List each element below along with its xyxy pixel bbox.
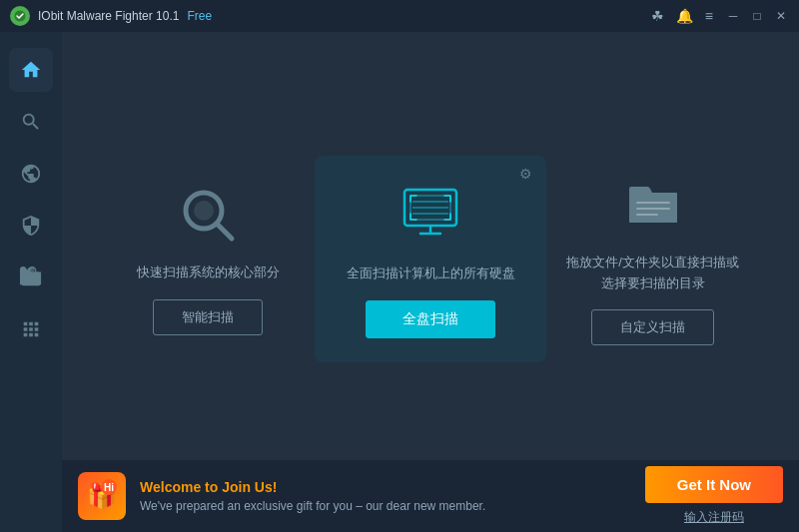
scan-cards-area: 快速扫描系统的核心部分 智能扫描 ⚙ bbox=[62, 32, 799, 486]
get-it-now-button[interactable]: Get It Now bbox=[645, 466, 783, 503]
sidebar-item-home[interactable] bbox=[9, 48, 53, 92]
smart-scan-label: 快速扫描系统的核心部分 bbox=[137, 263, 280, 283]
menu-icon[interactable]: ≡ bbox=[705, 8, 713, 24]
full-scan-label: 全面扫描计算机上的所有硬盘 bbox=[347, 264, 515, 284]
notification-text: Welcome to Join Us! We've prepared an ex… bbox=[140, 479, 631, 513]
svg-rect-8 bbox=[412, 207, 448, 209]
bell-icon[interactable]: 🔔 bbox=[676, 8, 693, 24]
notification-bar: 🎁 Hi Welcome to Join Us! We've prepared … bbox=[62, 460, 799, 532]
custom-scan-icon bbox=[621, 173, 685, 237]
app-logo bbox=[10, 6, 30, 26]
sidebar-item-globe[interactable] bbox=[9, 152, 53, 196]
custom-scan-card: 拖放文件/文件夹以直接扫描或 选择要扫描的目录 自定义扫描 bbox=[546, 153, 759, 366]
content-area: 快速扫描系统的核心部分 智能扫描 ⚙ bbox=[62, 32, 799, 532]
minimize-button[interactable]: ─ bbox=[725, 9, 741, 23]
sidebar-item-scan[interactable] bbox=[9, 100, 53, 144]
smart-scan-card: 快速扫描系统的核心部分 智能扫描 bbox=[102, 163, 315, 355]
main-container: 快速扫描系统的核心部分 智能扫描 ⚙ bbox=[0, 32, 799, 532]
full-scan-icon bbox=[397, 180, 464, 248]
sidebar-item-shield[interactable] bbox=[9, 204, 53, 248]
title-bar-left: IObit Malware Fighter 10.1 Free bbox=[10, 6, 212, 26]
svg-rect-1 bbox=[27, 268, 34, 272]
notification-description: We've prepared an exclusive gift for you… bbox=[140, 499, 631, 513]
svg-point-3 bbox=[194, 201, 214, 221]
full-scan-button[interactable]: 全盘扫描 bbox=[366, 300, 495, 338]
notification-actions: Get It Now 输入注册码 bbox=[645, 466, 783, 526]
clover-icon[interactable]: ☘ bbox=[651, 8, 664, 24]
free-badge: Free bbox=[187, 9, 212, 23]
sidebar bbox=[0, 32, 62, 532]
svg-rect-7 bbox=[412, 201, 448, 203]
sidebar-item-apps[interactable] bbox=[9, 307, 53, 351]
full-scan-card: ⚙ bbox=[315, 156, 547, 362]
smart-scan-button[interactable]: 智能扫描 bbox=[153, 299, 263, 335]
close-button[interactable]: ✕ bbox=[773, 9, 789, 23]
svg-line-4 bbox=[217, 224, 232, 239]
sidebar-item-briefcase[interactable] bbox=[9, 256, 53, 299]
smart-scan-icon bbox=[176, 183, 240, 247]
register-code-link[interactable]: 输入注册码 bbox=[684, 509, 744, 526]
gift-icon: 🎁 Hi bbox=[78, 472, 126, 520]
app-title: IObit Malware Fighter 10.1 bbox=[38, 9, 179, 23]
svg-rect-9 bbox=[412, 213, 448, 215]
custom-scan-label: 拖放文件/文件夹以直接扫描或 选择要扫描的目录 bbox=[566, 253, 739, 294]
maximize-button[interactable]: □ bbox=[749, 9, 765, 23]
window-controls: ─ □ ✕ bbox=[725, 9, 789, 23]
scan-settings-icon[interactable]: ⚙ bbox=[519, 166, 532, 182]
title-bar: IObit Malware Fighter 10.1 Free ☘ 🔔 ≡ ─ … bbox=[0, 0, 799, 32]
notification-title: Welcome to Join Us! bbox=[140, 479, 631, 495]
title-bar-right: ☘ 🔔 ≡ ─ □ ✕ bbox=[651, 8, 789, 24]
custom-scan-button[interactable]: 自定义扫描 bbox=[591, 309, 714, 345]
